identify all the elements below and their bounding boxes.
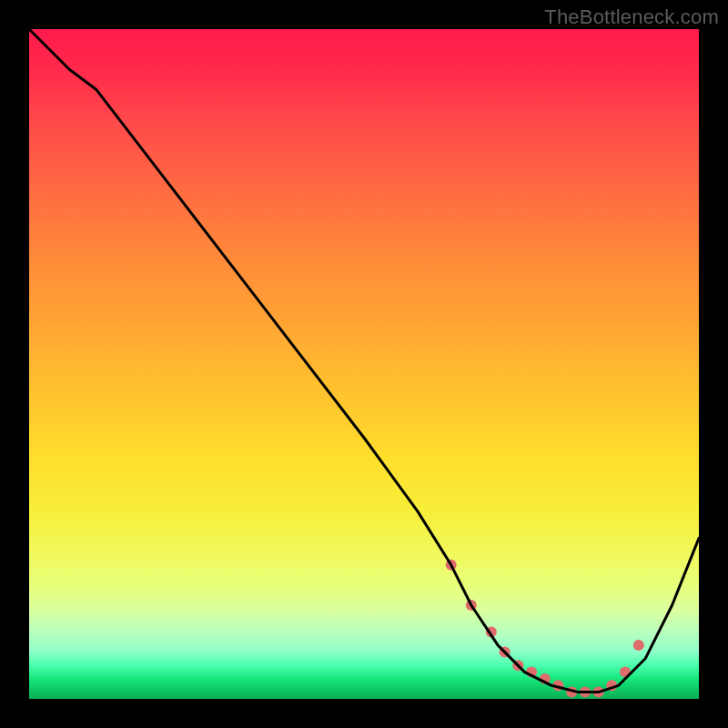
marker-group: [446, 560, 644, 698]
plot-area: [29, 29, 699, 699]
main-curve: [29, 29, 699, 693]
chart-stage: TheBottleneck.com: [0, 0, 728, 728]
marker-dot: [633, 640, 644, 651]
chart-svg: [29, 29, 699, 699]
watermark-text: TheBottleneck.com: [544, 5, 719, 29]
